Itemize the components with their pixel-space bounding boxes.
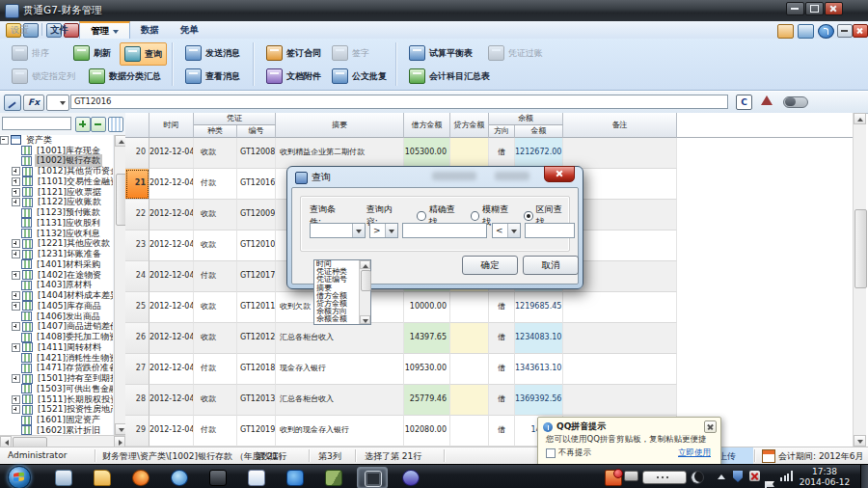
combo-dropdown-icon[interactable]: [507, 224, 520, 237]
doc-approval-button[interactable]: 公文批复: [328, 66, 391, 87]
expand-box-icon[interactable]: [12, 395, 20, 404]
header-time[interactable]: 时间: [149, 113, 194, 138]
calculator-icon[interactable]: [777, 24, 794, 39]
cell-no[interactable]: GT12008: [237, 138, 276, 169]
taskbar-app-calculator[interactable]: [48, 467, 77, 487]
cell-no[interactable]: GT12016: [237, 169, 276, 200]
security-shield-icon[interactable]: [733, 471, 743, 482]
cell-summary[interactable]: 现金存入银行: [276, 354, 404, 385]
cell-date[interactable]: 2012-12-04: [149, 385, 194, 416]
cell-kind[interactable]: 收款: [194, 323, 237, 354]
cell-no[interactable]: GT12012: [237, 323, 276, 354]
cell-kind[interactable]: 收款: [194, 138, 237, 169]
signal-bars-icon[interactable]: [780, 471, 793, 481]
cell-dir[interactable]: 借: [489, 354, 515, 385]
cell-amount[interactable]: 1343613.10: [515, 354, 563, 385]
cell-kind[interactable]: 付款: [194, 169, 237, 200]
delta-icon[interactable]: [760, 95, 773, 108]
taskbar-app-blue-app[interactable]: [280, 467, 309, 487]
value1-input[interactable]: [402, 223, 487, 238]
cell-credit[interactable]: [450, 354, 489, 385]
tab-管理[interactable]: 管理: [79, 21, 130, 41]
cell-kind[interactable]: 收款: [194, 292, 237, 323]
combo-dropdown-icon[interactable]: [385, 224, 397, 237]
taskbar-app-media-player[interactable]: [164, 467, 193, 487]
cell-note[interactable]: [563, 138, 677, 169]
taskbar-app-alert-app[interactable]: [598, 467, 627, 487]
cell-note[interactable]: [563, 354, 677, 385]
taskbar-app-notepad[interactable]: [241, 467, 270, 487]
cell-debit[interactable]: 14397.65: [404, 323, 450, 354]
name-box-combo[interactable]: [46, 95, 69, 111]
op1-combo[interactable]: >: [369, 223, 398, 238]
cell-no[interactable]: GT12017: [237, 261, 276, 292]
expand-box-icon[interactable]: [12, 302, 20, 311]
moon-icon[interactable]: [691, 471, 704, 484]
cell-credit[interactable]: [450, 138, 489, 169]
table-row[interactable]: 262012-12-04收款GT12012汇总各柜台收入14397.65借123…: [125, 323, 677, 354]
columns-button[interactable]: [108, 117, 123, 132]
c-button[interactable]: C: [736, 95, 752, 110]
toggle-switch[interactable]: [783, 96, 808, 108]
cell-no[interactable]: GT12019: [237, 416, 276, 447]
popup-close-icon[interactable]: [704, 420, 717, 433]
cell-kind[interactable]: 付款: [194, 354, 237, 385]
expand-button[interactable]: [75, 117, 91, 132]
sign-contract-button[interactable]: 签订合同: [262, 42, 325, 64]
table-row[interactable]: 252012-12-04收款GT12011收到欠款10000.00借121968…: [125, 292, 677, 323]
tab-设置[interactable]: 设置: [0, 21, 40, 39]
show-desktop-button[interactable]: [860, 465, 868, 488]
cell-debit[interactable]: 25779.46: [404, 385, 450, 416]
cell-num[interactable]: 23: [125, 230, 149, 261]
ime-bar-icon[interactable]: [642, 471, 687, 484]
header-voucher[interactable]: 凭证: [194, 113, 276, 125]
formula-input[interactable]: [70, 95, 728, 109]
cell-date[interactable]: 2012-12-04: [149, 261, 194, 292]
header-no[interactable]: 编号: [237, 125, 276, 138]
cell-date[interactable]: 2012-12-04: [149, 292, 194, 323]
cell-num[interactable]: 20: [125, 138, 149, 169]
query-button[interactable]: 查询: [120, 42, 167, 66]
cell-num[interactable]: 24: [125, 261, 149, 292]
list-item[interactable]: 余额金额: [314, 315, 360, 323]
taskbar-app-firefox[interactable]: [125, 467, 154, 487]
cell-summary[interactable]: 汇总各柜台收入: [276, 323, 404, 354]
cell-debit[interactable]: 105300.00: [404, 138, 450, 169]
ribbon-close-button[interactable]: [853, 24, 868, 38]
cell-credit[interactable]: [450, 292, 489, 323]
header-summary[interactable]: 摘要: [276, 113, 404, 138]
cell-no[interactable]: GT12013: [237, 385, 276, 416]
cell-num[interactable]: 28: [125, 385, 149, 416]
ribbon-minimize-button[interactable]: [837, 24, 853, 38]
cell-summary[interactable]: 收到精益企业第二期付款: [276, 138, 404, 169]
help-icon[interactable]: [818, 24, 834, 39]
cell-note[interactable]: [563, 292, 677, 323]
dont-remind-checkbox[interactable]: 不再提示: [546, 447, 591, 459]
start-button[interactable]: [8, 466, 31, 488]
taskbar-app-dark-app[interactable]: [203, 467, 231, 487]
send-message-button[interactable]: 发送消息: [181, 42, 244, 64]
cell-dir[interactable]: 借: [489, 138, 515, 169]
trial-balance-button[interactable]: 试算平衡表: [405, 42, 476, 64]
dialog-close-button[interactable]: [544, 166, 575, 182]
network-error-icon[interactable]: [749, 471, 760, 481]
minimize-button[interactable]: [786, 2, 804, 15]
cell-num[interactable]: 29: [125, 416, 149, 447]
collapse-box-icon[interactable]: [0, 136, 9, 145]
cell-amount[interactable]: 1234083.10: [515, 323, 563, 354]
doc-attachment-button[interactable]: 文档附件: [262, 66, 325, 87]
cell-date[interactable]: 2012-12-04: [149, 230, 194, 261]
taskbar-clock[interactable]: 17:38 2014-06-12: [795, 467, 854, 487]
cell-debit[interactable]: 102080.00: [404, 416, 450, 447]
list-scrollbar[interactable]: [359, 260, 370, 324]
cell-credit[interactable]: [450, 385, 489, 416]
cell-dir[interactable]: 借: [489, 292, 515, 323]
cell-date[interactable]: 2012-12-04: [149, 354, 194, 385]
cell-kind[interactable]: 收款: [194, 385, 237, 416]
table-row[interactable]: 272012-12-04付款GT12018现金存入银行109530.00借134…: [125, 354, 677, 385]
combo-dropdown-icon[interactable]: [352, 224, 365, 237]
pen-icon[interactable]: [4, 95, 21, 111]
grid-vertical-scrollbar[interactable]: [853, 113, 866, 447]
header-kind[interactable]: 种类: [194, 125, 237, 138]
action-center-flag-icon[interactable]: [765, 481, 767, 488]
